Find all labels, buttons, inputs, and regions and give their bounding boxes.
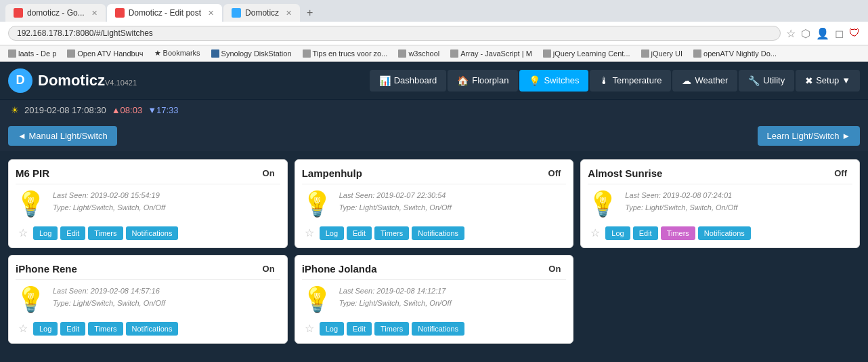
tab-3-close[interactable]: ✕ bbox=[286, 9, 292, 18]
bookmark-5[interactable]: Tips en trucs voor zo... bbox=[300, 49, 391, 58]
bookmark-10[interactable]: openATV Nightly Do... bbox=[691, 49, 779, 58]
card-iphone-jolanda-timers-button[interactable]: Timers bbox=[374, 322, 409, 336]
bookmark-4[interactable]: Synology DiskStation bbox=[209, 49, 295, 58]
nav-utility[interactable]: 🔧 Utility bbox=[739, 70, 794, 92]
bookmark-6[interactable]: w3school bbox=[395, 49, 442, 58]
tab-3[interactable]: Domoticz ✕ bbox=[223, 4, 300, 22]
bookmark-8[interactable]: jQuery Learning Cent... bbox=[540, 49, 633, 58]
card-almost-sunrise-edit-button[interactable]: Edit bbox=[633, 226, 658, 240]
manual-light-switch-button[interactable]: ◄ Manual Light/Switch bbox=[8, 126, 117, 146]
nav-dashboard[interactable]: 📊 Dashboard bbox=[370, 70, 447, 92]
tab-3-label: Domoticz bbox=[245, 8, 279, 18]
card-almost-sunrise-header: Almost Sunrise Off bbox=[588, 167, 852, 184]
card-m6-pir-timers-button[interactable]: Timers bbox=[88, 226, 123, 240]
card-iphone-jolanda-notifications-button[interactable]: Notifications bbox=[412, 322, 464, 336]
learn-btn-label: Learn Light/Switch ► bbox=[767, 131, 850, 141]
new-tab-button[interactable]: + bbox=[301, 4, 318, 22]
card-iphone-rene-lastseen: Last Seen: 2019-02-08 14:57:16 bbox=[53, 287, 160, 295]
browser-icon-3: ◻ bbox=[835, 27, 844, 40]
card-lampenhulp-header: Lampenhulp Off bbox=[302, 167, 567, 184]
nav-temperature[interactable]: 🌡 Temperature bbox=[590, 70, 671, 92]
logo-letter: D bbox=[16, 73, 25, 87]
bookmark-1[interactable]: laats - De p bbox=[5, 49, 59, 58]
nav-weather-label: Weather bbox=[695, 75, 728, 85]
logo-name: Domoticz bbox=[38, 72, 105, 89]
browser-star-icon[interactable]: ☆ bbox=[786, 27, 796, 40]
card-almost-sunrise-footer: ☆ Log Edit Timers Notifications bbox=[588, 225, 852, 241]
address-input[interactable] bbox=[8, 26, 781, 41]
card-iphone-jolanda-edit-button[interactable]: Edit bbox=[347, 322, 372, 336]
card-iphone-rene-footer: ☆ Log Edit Timers Notifications bbox=[16, 321, 280, 336]
card-iphone-rene-type: Type: Light/Switch, Switch, On/Off bbox=[53, 299, 165, 307]
card-lampenhulp-star[interactable]: ☆ bbox=[302, 225, 317, 241]
card-lampenhulp-notifications-button[interactable]: Notifications bbox=[412, 226, 464, 240]
card-iphone-jolanda-body: 💡 Last Seen: 2019-02-08 14:12:17 Type: L… bbox=[302, 285, 567, 314]
card-iphone-jolanda-title: iPhone Jolanda bbox=[302, 263, 377, 275]
card-iphone-jolanda-log-button[interactable]: Log bbox=[320, 322, 344, 336]
bookmark-2[interactable]: Open ATV Handbuч bbox=[64, 49, 146, 58]
logo: D DomoticzV4.10421 bbox=[8, 68, 137, 93]
card-m6-pir-edit-button[interactable]: Edit bbox=[60, 226, 85, 240]
card-iphone-rene-timers-button[interactable]: Timers bbox=[88, 322, 123, 336]
card-almost-sunrise-timers-button[interactable]: Timers bbox=[661, 226, 695, 240]
learn-light-switch-button[interactable]: Learn Light/Switch ► bbox=[758, 126, 860, 146]
card-iphone-rene-log-button[interactable]: Log bbox=[33, 322, 58, 336]
card-iphone-rene-edit-button[interactable]: Edit bbox=[60, 322, 85, 336]
card-m6-pir-star[interactable]: ☆ bbox=[16, 225, 30, 241]
cards-grid: M6 PIR On 💡 Last Seen: 2019-02-08 15:54:… bbox=[8, 159, 860, 344]
nav-switches[interactable]: 💡 Switches bbox=[519, 70, 588, 92]
card-almost-sunrise-lastseen: Last Seen: 2019-02-08 07:24:01 bbox=[625, 191, 732, 199]
card-m6-pir-title: M6 PIR bbox=[16, 167, 49, 179]
utility-icon: 🔧 bbox=[748, 75, 760, 86]
card-iphone-rene-header: iPhone Rene On bbox=[16, 262, 280, 280]
bookmark-3[interactable]: ★ Bookmarks bbox=[152, 48, 203, 58]
bookmark-icon-5 bbox=[303, 49, 311, 58]
card-iphone-jolanda-star[interactable]: ☆ bbox=[302, 321, 317, 336]
card-almost-sunrise: Almost Sunrise Off 💡 Last Seen: 2019-02-… bbox=[580, 159, 860, 248]
card-m6-pir-notifications-button[interactable]: Notifications bbox=[126, 226, 179, 240]
bookmark-icon-1 bbox=[8, 49, 16, 58]
card-m6-pir-log-button[interactable]: Log bbox=[33, 226, 58, 240]
card-iphone-rene: iPhone Rene On 💡 Last Seen: 2019-02-08 1… bbox=[8, 255, 288, 344]
nav-setup[interactable]: ✖ Setup ▼ bbox=[796, 70, 860, 92]
tab-1[interactable]: domoticz - Go... ✕ bbox=[5, 4, 106, 22]
sun-icon: ☀ bbox=[11, 105, 19, 115]
nav-temperature-label: Temperature bbox=[612, 75, 661, 85]
card-lampenhulp-timers-button[interactable]: Timers bbox=[374, 226, 409, 240]
card-lampenhulp-lastseen: Last Seen: 2019-02-07 22:30:54 bbox=[339, 191, 446, 199]
action-bar: ◄ Manual Light/Switch Learn Light/Switch… bbox=[0, 121, 868, 151]
card-iphone-rene-star[interactable]: ☆ bbox=[16, 321, 30, 336]
tab-favicon-3 bbox=[232, 8, 241, 18]
nav-weather[interactable]: ☁ Weather bbox=[672, 70, 737, 92]
nav-dashboard-label: Dashboard bbox=[394, 75, 437, 85]
card-m6-pir-footer: ☆ Log Edit Timers Notifications bbox=[16, 225, 280, 241]
bookmark-7[interactable]: Array - JavaScript | M bbox=[448, 49, 535, 58]
card-almost-sunrise-log-button[interactable]: Log bbox=[605, 226, 630, 240]
tab-2-close[interactable]: ✕ bbox=[208, 9, 214, 18]
card-lampenhulp-type: Type: Light/Switch, Switch, On/Off bbox=[339, 203, 452, 212]
tab-favicon-2 bbox=[115, 8, 125, 18]
card-almost-sunrise-type: Type: Light/Switch, Switch, On/Off bbox=[625, 203, 737, 212]
nav-floorplan[interactable]: 🏠 Floorplan bbox=[448, 70, 518, 92]
browser-chrome: domoticz - Go... ✕ Domoticz - Edit post … bbox=[0, 0, 868, 62]
card-lampenhulp-edit-button[interactable]: Edit bbox=[347, 226, 372, 240]
bookmark-icon-2 bbox=[67, 49, 75, 58]
card-iphone-rene-notifications-button[interactable]: Notifications bbox=[126, 322, 179, 336]
bookmark-icon-7 bbox=[450, 49, 458, 58]
card-lampenhulp-log-button[interactable]: Log bbox=[320, 226, 344, 240]
card-lampenhulp-body: 💡 Last Seen: 2019-02-07 22:30:54 Type: L… bbox=[302, 190, 567, 218]
card-iphone-jolanda-type: Type: Light/Switch, Switch, On/Off bbox=[339, 299, 452, 307]
card-almost-sunrise-star[interactable]: ☆ bbox=[588, 225, 603, 241]
main-nav: 📊 Dashboard 🏠 Floorplan 💡 Switches 🌡 Tem… bbox=[370, 70, 860, 92]
card-almost-sunrise-notifications-button[interactable]: Notifications bbox=[698, 226, 751, 240]
nav-floorplan-label: Floorplan bbox=[472, 75, 508, 85]
card-lampenhulp-status: Off bbox=[543, 167, 567, 180]
tab-2[interactable]: Domoticz - Edit post ✕ bbox=[107, 4, 222, 22]
card-m6-pir-body: 💡 Last Seen: 2019-02-08 15:54:19 Type: L… bbox=[16, 190, 280, 218]
bookmark-9[interactable]: jQuery UI bbox=[638, 49, 685, 58]
bookmark-icon-4 bbox=[211, 49, 219, 58]
tab-2-label: Domoticz - Edit post bbox=[129, 8, 201, 18]
tab-1-close[interactable]: ✕ bbox=[91, 9, 97, 18]
tab-bar: domoticz - Go... ✕ Domoticz - Edit post … bbox=[0, 0, 868, 22]
logo-icon: D bbox=[8, 68, 32, 93]
